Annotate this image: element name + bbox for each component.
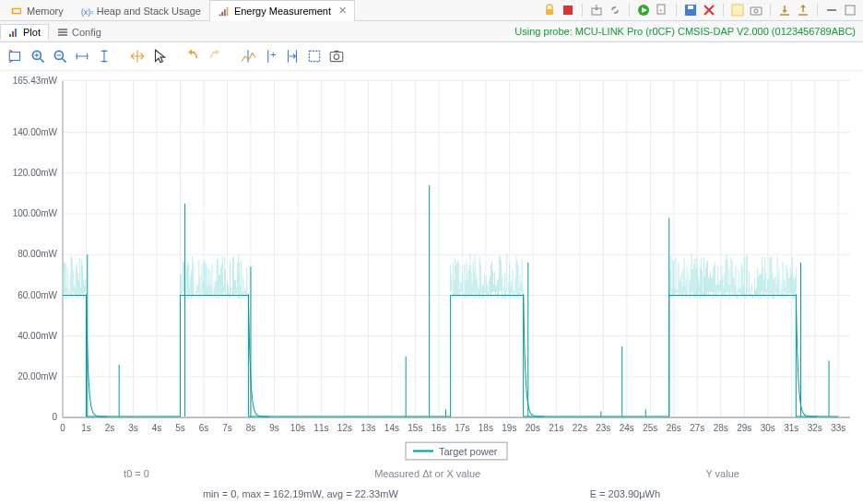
svg-rect-27 (58, 34, 67, 36)
svg-text:20.00mW: 20.00mW (18, 371, 57, 381)
svg-text:Target power: Target power (439, 445, 498, 456)
svg-text:3s: 3s (128, 423, 138, 433)
minimize-icon[interactable] (824, 3, 839, 18)
svg-rect-7 (227, 6, 229, 16)
svg-text:7s: 7s (222, 423, 232, 433)
tab-heap[interactable]: (x)= Heap and Stack Usage (72, 0, 209, 21)
svg-point-44 (334, 54, 339, 60)
svg-rect-26 (58, 31, 67, 33)
tab-heap-label: Heap and Stack Usage (97, 6, 201, 17)
zoom-in-icon[interactable] (30, 48, 46, 64)
svg-rect-23 (12, 31, 14, 37)
svg-text:14s: 14s (384, 423, 399, 433)
svg-text:0: 0 (52, 412, 57, 422)
svg-text:60.00mW: 60.00mW (18, 289, 57, 299)
svg-text:+: + (659, 7, 663, 13)
stop-icon[interactable] (561, 3, 575, 18)
fit-all-icon[interactable] (306, 48, 323, 64)
svg-text:(x)=: (x)= (81, 6, 93, 16)
svg-text:165.43mW: 165.43mW (13, 75, 58, 85)
svg-text:23s: 23s (596, 423, 610, 433)
tab-memory[interactable]: Memory (2, 0, 72, 21)
editor-tab-bar: Memory (x)= Heap and Stack Usage Energy … (0, 0, 863, 21)
pointer-icon[interactable] (151, 48, 168, 64)
new-file-icon[interactable]: + (655, 3, 669, 18)
svg-rect-1 (11, 9, 12, 10)
svg-text:24s: 24s (620, 423, 634, 433)
svg-rect-42 (309, 51, 319, 61)
tab-memory-label: Memory (27, 6, 64, 17)
zoom-y-icon[interactable] (96, 48, 112, 64)
run-icon[interactable] (636, 3, 651, 18)
tab-energy[interactable]: Energy Measurement ✕ (209, 0, 355, 21)
chart-toolbar: + (0, 42, 863, 71)
svg-rect-24 (15, 29, 17, 37)
marker-add-icon[interactable]: + (262, 48, 278, 64)
svg-rect-45 (335, 51, 339, 53)
svg-text:13s: 13s (361, 423, 375, 433)
svg-text:15s: 15s (408, 423, 422, 433)
tab-config[interactable]: Config (49, 24, 110, 40)
svg-text:+: + (270, 49, 277, 60)
svg-text:6s: 6s (199, 423, 209, 433)
svg-rect-5 (221, 11, 223, 15)
svg-point-19 (754, 9, 758, 13)
svg-line-30 (40, 58, 44, 63)
svg-rect-16 (688, 6, 693, 9)
stat-energy: E = 203.90μWh (590, 488, 660, 499)
snapshot-icon[interactable] (328, 48, 345, 64)
zoom-x-icon[interactable] (74, 48, 90, 64)
camera-icon[interactable] (749, 3, 763, 18)
export2-icon[interactable] (796, 3, 810, 18)
svg-text:29s: 29s (737, 423, 751, 433)
reset-zoom-icon[interactable] (7, 48, 24, 64)
svg-rect-20 (827, 9, 836, 11)
power-chart: 020.00mW40.00mW60.00mW80.00mW100.00mW120… (0, 71, 863, 463)
svg-text:0: 0 (60, 423, 65, 433)
stat-yvalue: Y value (705, 468, 739, 479)
svg-rect-9 (563, 6, 573, 15)
highlight-icon[interactable] (730, 3, 745, 18)
save-icon[interactable] (683, 3, 698, 18)
tab-plot[interactable]: Plot (0, 24, 49, 40)
pan-icon[interactable] (129, 48, 146, 64)
marker-fit-icon[interactable] (284, 48, 301, 64)
svg-text:21s: 21s (549, 423, 563, 433)
config-icon (57, 27, 68, 38)
svg-rect-21 (845, 6, 855, 15)
zoom-out-icon[interactable] (52, 48, 68, 64)
svg-text:100.00mW: 100.00mW (13, 208, 58, 218)
link-icon[interactable] (608, 3, 622, 18)
svg-text:32s: 32s (808, 423, 822, 433)
svg-text:11s: 11s (313, 423, 328, 433)
stats-row-2: min = 0, max = 162.19mW, avg = 22.33mW E… (0, 484, 863, 504)
lock-icon[interactable] (542, 3, 557, 18)
stat-range: min = 0, max = 162.19mW, avg = 22.33mW (203, 488, 398, 499)
cursor-v-icon[interactable] (240, 48, 256, 64)
svg-text:33s: 33s (831, 423, 845, 433)
maximize-icon[interactable] (843, 3, 857, 18)
tab-plot-label: Plot (23, 27, 41, 38)
stat-t0: t0 = 0 (124, 468, 149, 479)
svg-text:12s: 12s (337, 423, 352, 433)
svg-text:20s: 20s (526, 423, 540, 433)
redo-icon[interactable] (207, 48, 223, 64)
energy-icon (218, 5, 231, 18)
export-icon[interactable] (589, 3, 604, 18)
svg-text:16s: 16s (432, 423, 446, 433)
svg-text:2s: 2s (105, 423, 115, 433)
svg-text:17s: 17s (455, 423, 469, 433)
close-icon[interactable]: ✕ (335, 5, 347, 17)
svg-text:10s: 10s (290, 423, 305, 433)
stats-row-1: t0 = 0 Measured Δt or X value Y value (0, 463, 863, 484)
svg-line-34 (62, 58, 66, 63)
svg-text:22s: 22s (573, 423, 587, 433)
tab-config-label: Config (72, 27, 101, 38)
svg-text:40.00mW: 40.00mW (18, 331, 57, 341)
plot-area[interactable]: 020.00mW40.00mW60.00mW80.00mW100.00mW120… (0, 71, 863, 463)
svg-text:18s: 18s (479, 423, 493, 433)
undo-icon[interactable] (184, 48, 201, 64)
import-icon[interactable] (777, 3, 792, 18)
probe-status: Using probe: MCU-LINK Pro (r0CF) CMSIS-D… (514, 26, 863, 37)
delete-icon[interactable] (702, 3, 716, 18)
